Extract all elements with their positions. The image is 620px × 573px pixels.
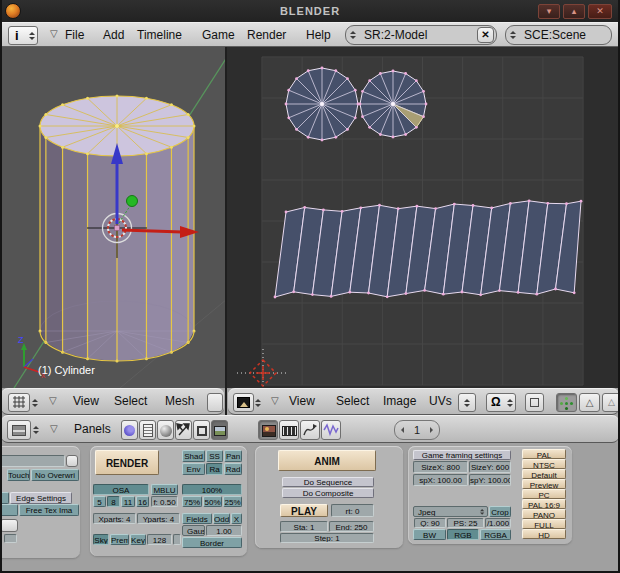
file-type-dropdown[interactable]: Jpeg [413, 506, 488, 517]
dither-stepper[interactable] [4, 534, 17, 543]
fields-x-toggle[interactable]: X [231, 513, 242, 524]
uv-square-button[interactable] [525, 393, 544, 412]
free-tex-images-toggle[interactable]: Free Tex Ima [19, 504, 79, 516]
frame-number-field[interactable]: 1 [394, 420, 440, 440]
osa-16-button[interactable]: 16 [136, 496, 149, 507]
octree-field[interactable]: 128 [147, 534, 172, 545]
xparts-field[interactable]: Xparts: 4 [93, 513, 136, 524]
stepper-icon[interactable] [32, 420, 41, 440]
bw-toggle[interactable]: BW [413, 529, 446, 540]
envmap-toggle[interactable]: Env [182, 463, 205, 475]
sta-field[interactable]: Sta: 1 [280, 521, 328, 532]
play-button[interactable]: PLAY [280, 504, 328, 517]
menu-render[interactable]: Render [247, 23, 286, 48]
touch-toggle[interactable]: Touch [7, 469, 30, 481]
pivot-button[interactable]: Ω [486, 393, 516, 412]
size-x-field[interactable]: SizeX: 800 [413, 461, 468, 473]
quality-field[interactable]: Q: 90 [414, 518, 446, 528]
viewport-3d-canvas[interactable]: Zx [0, 47, 227, 388]
menu-uvs[interactable]: UVs [429, 389, 452, 414]
sky-toggle[interactable]: Sky [93, 534, 109, 545]
menu-add[interactable]: Add [103, 23, 124, 48]
menu-mesh[interactable]: Mesh [165, 389, 194, 414]
shadow-toggle[interactable]: Shad [182, 450, 205, 462]
menu-timeline[interactable]: Timeline [137, 23, 182, 48]
clear-screen-icon[interactable]: ✕ [477, 27, 494, 43]
size-25-button[interactable]: 25% [223, 496, 242, 507]
preset-pal-button[interactable]: PAL [522, 449, 566, 459]
size-50-button[interactable]: 50% [203, 496, 222, 507]
asp-x-field[interactable]: spX: 100.00 [413, 474, 468, 486]
sss-toggle[interactable]: SS [206, 450, 223, 462]
editor-type-3d-button[interactable] [8, 393, 30, 412]
script-context-button[interactable] [139, 420, 156, 440]
premul-toggle[interactable]: Prem [110, 534, 129, 545]
size-100-button[interactable]: 100% [182, 484, 242, 495]
minimize-button[interactable]: ▾ [538, 4, 560, 19]
color-swatch[interactable] [0, 519, 18, 532]
key-toggle[interactable]: Key [130, 534, 146, 545]
collapse-header-icon[interactable]: ▽ [271, 395, 279, 406]
menu-file[interactable]: File [65, 23, 84, 48]
menu-select-3d[interactable]: Select [114, 389, 147, 414]
radio-toggle[interactable]: Rad [224, 463, 242, 475]
collapse-header-icon[interactable]: ▽ [49, 395, 57, 406]
stepper-icon[interactable] [28, 27, 37, 44]
viewport-divider[interactable] [225, 47, 227, 415]
blur-factor-field[interactable]: f: 0.50 [151, 496, 178, 507]
sound-subcontext-button[interactable] [321, 420, 341, 440]
do-composite-toggle[interactable]: Do Composite [282, 488, 374, 498]
preset-preview-button[interactable]: Preview [522, 479, 566, 489]
fps-base-field[interactable]: /1.000 [485, 518, 511, 528]
anim-button[interactable]: ANIM [278, 450, 376, 471]
preset-pal169-button[interactable]: PAL 16:9 [522, 499, 566, 509]
ray-toggle[interactable]: Ra [206, 463, 223, 475]
mode-button-partial[interactable] [207, 393, 223, 412]
image-stepper-button[interactable] [458, 393, 476, 412]
size-75-button[interactable]: 75% [182, 496, 202, 507]
stepper-icon[interactable] [509, 26, 518, 44]
osa-5-button[interactable]: 5 [93, 496, 106, 507]
editor-type-image-button[interactable] [233, 393, 254, 412]
render-subcontext-button[interactable] [258, 420, 278, 440]
osa-toggle[interactable]: OSA [93, 484, 149, 495]
asp-y-field[interactable]: spY: 100.00 [469, 474, 511, 486]
screen-selector[interactable]: SR:2-Model ✕ [345, 25, 497, 45]
end-field[interactable]: End: 250 [329, 521, 374, 532]
mblur-toggle[interactable]: MBLU [151, 484, 178, 495]
anim-subcontext-button[interactable] [300, 420, 320, 440]
game-framing-button[interactable]: Game framing settings [413, 450, 511, 460]
odd-toggle[interactable]: Odd [213, 513, 230, 524]
octree-stepper[interactable] [173, 534, 181, 545]
rgb-toggle[interactable]: RGB [447, 529, 479, 540]
step-field[interactable]: Step: 1 [280, 533, 374, 543]
menu-help[interactable]: Help [306, 23, 331, 48]
sequencer-subcontext-button[interactable] [279, 420, 299, 440]
close-button[interactable]: ✕ [588, 4, 612, 19]
stepper-icon[interactable] [349, 26, 358, 44]
stepper-icon[interactable] [479, 508, 485, 516]
editing-context-button[interactable] [193, 420, 210, 440]
border-toggle[interactable]: Border [182, 537, 242, 548]
frs-sec-field[interactable]: PS: 25 [447, 518, 484, 528]
collapse-menu-icon[interactable]: ▽ [50, 28, 58, 39]
preset-ntsc-button[interactable]: NTSC [522, 459, 566, 469]
menu-select-uv[interactable]: Select [336, 389, 369, 414]
preset-full-button[interactable]: FULL [522, 519, 566, 529]
maximize-button[interactable]: ▴ [563, 4, 585, 19]
shading-context-button[interactable] [157, 420, 174, 440]
face-select-button[interactable]: △ [579, 393, 600, 412]
scene-context-button[interactable] [211, 420, 228, 440]
menu-game[interactable]: Game [202, 23, 235, 48]
output-path-field[interactable] [0, 455, 65, 467]
menu-view-3d[interactable]: View [73, 389, 99, 414]
no-overwrite-toggle[interactable]: No Overwri [31, 469, 79, 481]
fields-toggle[interactable]: Fields [182, 513, 212, 524]
scene-selector[interactable]: SCE:Scene [505, 25, 612, 45]
size-y-field[interactable]: SizeY: 600 [469, 461, 511, 473]
preset-default-button[interactable]: Default [522, 469, 566, 479]
file-browse-button[interactable] [66, 455, 78, 467]
preset-pc-button[interactable]: PC [522, 489, 566, 499]
rgba-toggle[interactable]: RGBA [480, 529, 511, 540]
uv-editor-canvas[interactable] [227, 47, 620, 388]
